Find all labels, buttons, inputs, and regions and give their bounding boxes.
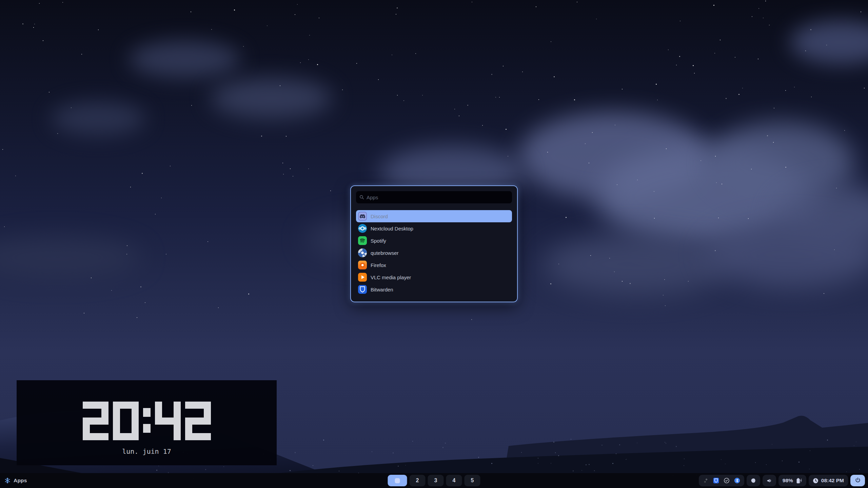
digital-clock-time	[17, 402, 277, 440]
battery-indicator[interactable]: 98%	[778, 475, 806, 486]
workspace-button-1[interactable]	[388, 475, 407, 486]
power-icon	[854, 477, 861, 484]
battery-charging-icon	[795, 477, 802, 484]
night-light-icon	[750, 477, 756, 484]
app-row-bitwarden[interactable]: Bitwarden	[356, 283, 512, 296]
app-label: qutebrowser	[371, 250, 399, 256]
system-tray: 98% 08:42 PM	[699, 475, 865, 486]
volume-button[interactable]	[763, 475, 776, 486]
bluetooth-icon[interactable]	[734, 477, 740, 484]
search-icon	[359, 195, 364, 200]
workspace-button-5[interactable]: 5	[465, 475, 480, 486]
apps-menu-button[interactable]: Apps	[4, 477, 27, 484]
clock-icon	[813, 478, 818, 484]
clock-indicator[interactable]: 08:42 PM	[809, 475, 848, 486]
check-circle-icon[interactable]	[724, 477, 730, 484]
app-launcher: Discord Nextcloud Desktop	[350, 185, 518, 302]
search-input[interactable]	[356, 191, 512, 203]
app-label: Nextcloud Desktop	[371, 226, 413, 231]
bitwarden-icon	[358, 285, 367, 294]
app-label: Bitwarden	[371, 287, 393, 292]
bitwarden-tray-icon[interactable]	[713, 477, 719, 484]
workspace-button-4[interactable]: 4	[446, 475, 462, 486]
battery-percent: 98%	[783, 477, 793, 484]
discord-icon	[358, 212, 367, 221]
taskbar-time: 08:42 PM	[821, 477, 844, 484]
app-row-firefox[interactable]: Firefox	[356, 259, 512, 271]
volume-icon	[766, 477, 772, 484]
app-row-discord[interactable]: Discord	[356, 210, 512, 222]
clock-date: lun. juin 17	[17, 447, 277, 455]
spotify-icon	[358, 236, 367, 245]
app-label: VLC media player	[371, 274, 411, 280]
app-row-qutebrowser[interactable]: qutebrowser	[356, 247, 512, 259]
power-button[interactable]	[850, 475, 865, 486]
tray-status-icons	[699, 475, 744, 486]
taskbar: Apps 2 3 4 5	[0, 473, 868, 488]
launcher-search[interactable]	[356, 191, 512, 203]
workspace-switcher: 2 3 4 5	[388, 475, 480, 486]
app-label: Discord	[371, 214, 388, 219]
app-row-vlc[interactable]: VLC media player	[356, 271, 512, 283]
workspace-button-3[interactable]: 3	[428, 475, 444, 486]
app-label: Spotify	[371, 238, 386, 244]
desktop: lun. juin 17	[0, 0, 868, 488]
workspace-button-2[interactable]: 2	[410, 475, 426, 486]
app-label: Firefox	[371, 262, 386, 268]
apps-menu-label: Apps	[14, 477, 27, 484]
nextcloud-icon	[358, 224, 367, 233]
vlc-icon	[358, 273, 367, 282]
firefox-icon	[358, 261, 367, 269]
app-row-spotify[interactable]: Spotify	[356, 235, 512, 247]
workspace-active-indicator	[395, 478, 400, 483]
sync-arrows-icon[interactable]	[703, 478, 709, 484]
nix-snowflake-icon	[4, 477, 11, 484]
night-light-button[interactable]	[747, 475, 760, 486]
clock-widget: lun. juin 17	[17, 380, 277, 465]
app-list: Discord Nextcloud Desktop	[356, 210, 512, 296]
app-row-nextcloud[interactable]: Nextcloud Desktop	[356, 222, 512, 235]
qutebrowser-icon	[358, 248, 367, 257]
